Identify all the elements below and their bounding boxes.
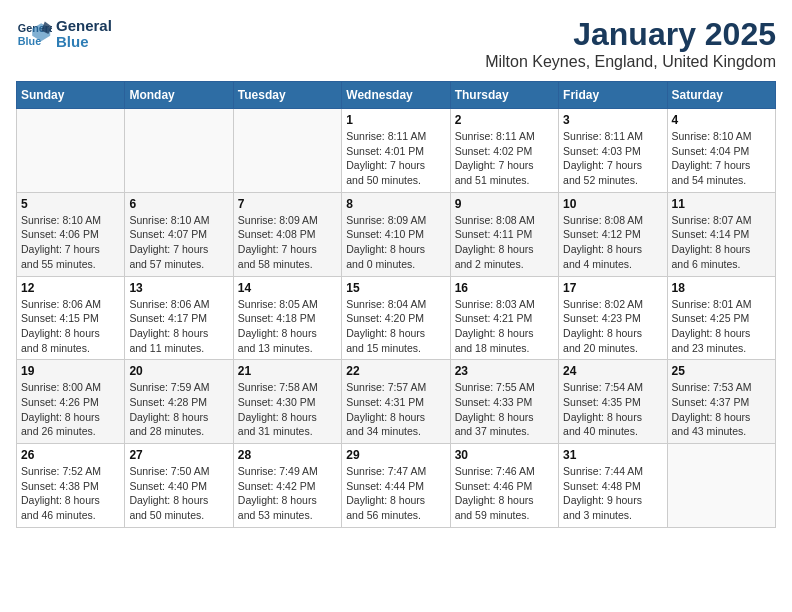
day-info: Sunrise: 8:10 AM Sunset: 4:07 PM Dayligh… — [129, 213, 228, 272]
day-number: 2 — [455, 113, 554, 127]
day-info: Sunrise: 8:02 AM Sunset: 4:23 PM Dayligh… — [563, 297, 662, 356]
day-number: 12 — [21, 281, 120, 295]
day-info: Sunrise: 8:05 AM Sunset: 4:18 PM Dayligh… — [238, 297, 337, 356]
day-number: 28 — [238, 448, 337, 462]
weekday-header: Sunday — [17, 82, 125, 109]
calendar-cell: 2Sunrise: 8:11 AM Sunset: 4:02 PM Daylig… — [450, 109, 558, 193]
calendar-cell: 16Sunrise: 8:03 AM Sunset: 4:21 PM Dayli… — [450, 276, 558, 360]
day-number: 13 — [129, 281, 228, 295]
logo-line1: General — [56, 18, 112, 35]
calendar-week-row: 5Sunrise: 8:10 AM Sunset: 4:06 PM Daylig… — [17, 192, 776, 276]
weekday-header: Monday — [125, 82, 233, 109]
day-info: Sunrise: 7:46 AM Sunset: 4:46 PM Dayligh… — [455, 464, 554, 523]
calendar-cell: 3Sunrise: 8:11 AM Sunset: 4:03 PM Daylig… — [559, 109, 667, 193]
day-number: 19 — [21, 364, 120, 378]
day-info: Sunrise: 8:11 AM Sunset: 4:02 PM Dayligh… — [455, 129, 554, 188]
location: Milton Keynes, England, United Kingdom — [485, 53, 776, 71]
calendar-cell — [667, 444, 775, 528]
day-number: 20 — [129, 364, 228, 378]
day-info: Sunrise: 8:10 AM Sunset: 4:06 PM Dayligh… — [21, 213, 120, 272]
day-info: Sunrise: 7:52 AM Sunset: 4:38 PM Dayligh… — [21, 464, 120, 523]
day-number: 11 — [672, 197, 771, 211]
day-number: 31 — [563, 448, 662, 462]
calendar-cell: 24Sunrise: 7:54 AM Sunset: 4:35 PM Dayli… — [559, 360, 667, 444]
calendar-cell: 14Sunrise: 8:05 AM Sunset: 4:18 PM Dayli… — [233, 276, 341, 360]
day-info: Sunrise: 8:04 AM Sunset: 4:20 PM Dayligh… — [346, 297, 445, 356]
day-info: Sunrise: 8:06 AM Sunset: 4:15 PM Dayligh… — [21, 297, 120, 356]
day-info: Sunrise: 7:49 AM Sunset: 4:42 PM Dayligh… — [238, 464, 337, 523]
calendar-cell: 19Sunrise: 8:00 AM Sunset: 4:26 PM Dayli… — [17, 360, 125, 444]
calendar-cell: 23Sunrise: 7:55 AM Sunset: 4:33 PM Dayli… — [450, 360, 558, 444]
day-info: Sunrise: 8:11 AM Sunset: 4:03 PM Dayligh… — [563, 129, 662, 188]
day-number: 4 — [672, 113, 771, 127]
calendar-cell: 4Sunrise: 8:10 AM Sunset: 4:04 PM Daylig… — [667, 109, 775, 193]
day-info: Sunrise: 7:55 AM Sunset: 4:33 PM Dayligh… — [455, 380, 554, 439]
weekday-header: Thursday — [450, 82, 558, 109]
day-info: Sunrise: 7:53 AM Sunset: 4:37 PM Dayligh… — [672, 380, 771, 439]
day-info: Sunrise: 8:06 AM Sunset: 4:17 PM Dayligh… — [129, 297, 228, 356]
day-info: Sunrise: 8:11 AM Sunset: 4:01 PM Dayligh… — [346, 129, 445, 188]
day-number: 18 — [672, 281, 771, 295]
calendar-cell: 20Sunrise: 7:59 AM Sunset: 4:28 PM Dayli… — [125, 360, 233, 444]
day-number: 26 — [21, 448, 120, 462]
calendar-cell: 5Sunrise: 8:10 AM Sunset: 4:06 PM Daylig… — [17, 192, 125, 276]
day-number: 29 — [346, 448, 445, 462]
calendar-cell: 13Sunrise: 8:06 AM Sunset: 4:17 PM Dayli… — [125, 276, 233, 360]
day-number: 10 — [563, 197, 662, 211]
day-number: 16 — [455, 281, 554, 295]
calendar-cell: 10Sunrise: 8:08 AM Sunset: 4:12 PM Dayli… — [559, 192, 667, 276]
day-info: Sunrise: 7:58 AM Sunset: 4:30 PM Dayligh… — [238, 380, 337, 439]
day-number: 7 — [238, 197, 337, 211]
day-info: Sunrise: 8:03 AM Sunset: 4:21 PM Dayligh… — [455, 297, 554, 356]
day-info: Sunrise: 7:47 AM Sunset: 4:44 PM Dayligh… — [346, 464, 445, 523]
logo-line2: Blue — [56, 34, 112, 51]
day-number: 3 — [563, 113, 662, 127]
day-number: 1 — [346, 113, 445, 127]
calendar-cell: 15Sunrise: 8:04 AM Sunset: 4:20 PM Dayli… — [342, 276, 450, 360]
day-info: Sunrise: 8:01 AM Sunset: 4:25 PM Dayligh… — [672, 297, 771, 356]
day-info: Sunrise: 7:50 AM Sunset: 4:40 PM Dayligh… — [129, 464, 228, 523]
day-number: 9 — [455, 197, 554, 211]
day-number: 5 — [21, 197, 120, 211]
calendar-cell: 17Sunrise: 8:02 AM Sunset: 4:23 PM Dayli… — [559, 276, 667, 360]
calendar-cell: 9Sunrise: 8:08 AM Sunset: 4:11 PM Daylig… — [450, 192, 558, 276]
calendar-cell: 28Sunrise: 7:49 AM Sunset: 4:42 PM Dayli… — [233, 444, 341, 528]
calendar-week-row: 12Sunrise: 8:06 AM Sunset: 4:15 PM Dayli… — [17, 276, 776, 360]
day-info: Sunrise: 7:44 AM Sunset: 4:48 PM Dayligh… — [563, 464, 662, 523]
day-number: 21 — [238, 364, 337, 378]
month-title: January 2025 — [485, 16, 776, 53]
calendar-cell — [17, 109, 125, 193]
day-number: 8 — [346, 197, 445, 211]
day-info: Sunrise: 8:08 AM Sunset: 4:11 PM Dayligh… — [455, 213, 554, 272]
weekday-header: Saturday — [667, 82, 775, 109]
day-number: 27 — [129, 448, 228, 462]
day-info: Sunrise: 8:09 AM Sunset: 4:08 PM Dayligh… — [238, 213, 337, 272]
day-info: Sunrise: 7:54 AM Sunset: 4:35 PM Dayligh… — [563, 380, 662, 439]
calendar-cell: 11Sunrise: 8:07 AM Sunset: 4:14 PM Dayli… — [667, 192, 775, 276]
calendar-cell: 22Sunrise: 7:57 AM Sunset: 4:31 PM Dayli… — [342, 360, 450, 444]
calendar-week-row: 26Sunrise: 7:52 AM Sunset: 4:38 PM Dayli… — [17, 444, 776, 528]
day-number: 15 — [346, 281, 445, 295]
day-number: 22 — [346, 364, 445, 378]
calendar-cell: 30Sunrise: 7:46 AM Sunset: 4:46 PM Dayli… — [450, 444, 558, 528]
day-number: 6 — [129, 197, 228, 211]
day-number: 25 — [672, 364, 771, 378]
day-number: 30 — [455, 448, 554, 462]
day-info: Sunrise: 7:59 AM Sunset: 4:28 PM Dayligh… — [129, 380, 228, 439]
day-info: Sunrise: 8:07 AM Sunset: 4:14 PM Dayligh… — [672, 213, 771, 272]
day-number: 17 — [563, 281, 662, 295]
calendar-cell: 6Sunrise: 8:10 AM Sunset: 4:07 PM Daylig… — [125, 192, 233, 276]
weekday-header: Wednesday — [342, 82, 450, 109]
logo-icon: General Blue — [16, 16, 52, 52]
calendar-cell: 7Sunrise: 8:09 AM Sunset: 4:08 PM Daylig… — [233, 192, 341, 276]
day-number: 24 — [563, 364, 662, 378]
day-info: Sunrise: 8:09 AM Sunset: 4:10 PM Dayligh… — [346, 213, 445, 272]
day-info: Sunrise: 8:10 AM Sunset: 4:04 PM Dayligh… — [672, 129, 771, 188]
calendar-cell — [233, 109, 341, 193]
calendar-cell: 8Sunrise: 8:09 AM Sunset: 4:10 PM Daylig… — [342, 192, 450, 276]
calendar-cell: 21Sunrise: 7:58 AM Sunset: 4:30 PM Dayli… — [233, 360, 341, 444]
day-number: 14 — [238, 281, 337, 295]
calendar-cell: 26Sunrise: 7:52 AM Sunset: 4:38 PM Dayli… — [17, 444, 125, 528]
calendar-cell: 27Sunrise: 7:50 AM Sunset: 4:40 PM Dayli… — [125, 444, 233, 528]
calendar-cell: 12Sunrise: 8:06 AM Sunset: 4:15 PM Dayli… — [17, 276, 125, 360]
